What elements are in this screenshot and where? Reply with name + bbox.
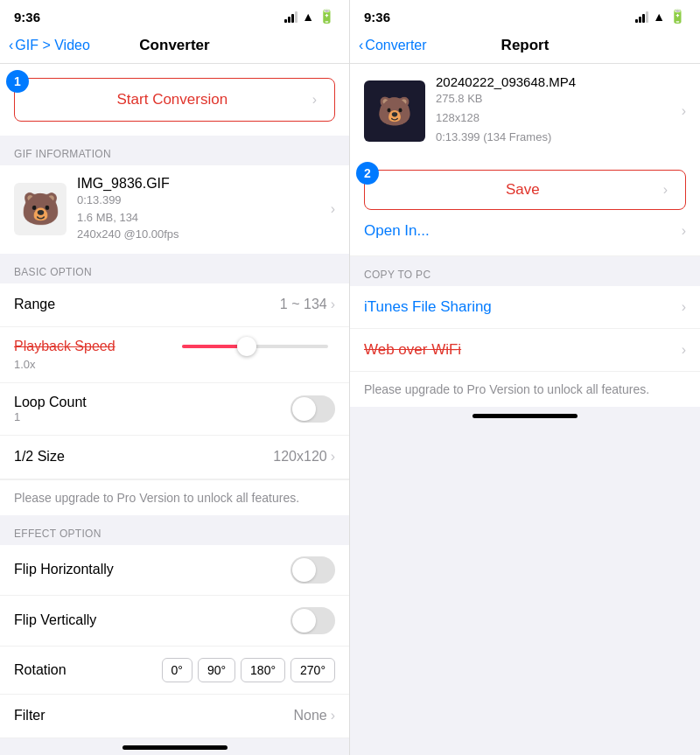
loop-count-row: Loop Count 1 — [0, 383, 349, 436]
rotation-option-0°[interactable]: 0° — [162, 658, 192, 682]
video-thumbnail: 🐻 — [364, 80, 425, 142]
signal-icon-left — [284, 11, 298, 23]
playback-speed-label: Playback Speed — [14, 339, 175, 354]
playback-slider[interactable] — [175, 345, 336, 348]
flip-h-label: Flip Horizontally — [14, 562, 290, 577]
video-duration: 0:13.399 (134 Frames) — [436, 128, 682, 147]
copy-to-pc-group: iTunes File Sharing › Web over WiFi › Pl… — [350, 286, 700, 407]
signal-icon-right — [635, 11, 648, 23]
bear-icon: 🐻 — [21, 191, 60, 227]
video-info: 20240222_093648.MP4 275.8 KB 128x128 0:1… — [436, 74, 682, 147]
gif-dimensions: 240x240 @10.00fps — [77, 226, 331, 243]
range-chevron: › — [331, 297, 335, 312]
upgrade-notice-right: Please upgrade to Pro Version to unlock … — [350, 371, 700, 407]
left-content: 1 Start Conversion › GIF INFORMATION 🐻 I… — [0, 64, 349, 755]
wifi-label: Web over WiFi — [364, 341, 461, 359]
loop-count-toggle[interactable] — [290, 395, 335, 423]
video-info-row[interactable]: 🐻 20240222_093648.MP4 275.8 KB 128x128 0… — [350, 64, 700, 157]
wifi-icon-left: ▲ — [302, 10, 314, 24]
rotation-option-180°[interactable]: 180° — [241, 658, 285, 682]
flip-h-toggle[interactable] — [290, 556, 335, 584]
right-panel: 9:36 ▲ 🔋 ‹ Converter Report 🐻 — [350, 0, 700, 755]
nav-back-left[interactable]: ‹ GIF > Video — [9, 38, 90, 53]
gif-section-header: GIF INFORMATION — [0, 136, 349, 165]
wifi-row: Web over WiFi › — [350, 329, 700, 371]
copy-to-pc-header: COPY TO PC — [350, 256, 700, 286]
video-dimensions: 128x128 — [436, 108, 682, 128]
nav-back-label-left[interactable]: GIF > Video — [15, 38, 90, 53]
nav-bar-right: ‹ Converter Report — [350, 30, 700, 64]
range-row[interactable]: Range 1 ~ 134 › — [0, 283, 349, 327]
gif-name: IMG_9836.GIF — [77, 176, 331, 192]
open-in-row[interactable]: Open In... › — [364, 219, 686, 243]
rotation-row: Rotation 0°90°180°270° — [0, 647, 349, 695]
nav-back-label-right[interactable]: Converter — [365, 38, 426, 53]
video-name: 20240222_093648.MP4 — [436, 74, 682, 89]
left-panel: 9:36 ▲ 🔋 ‹ GIF > Video Converter 1 Start… — [0, 0, 350, 755]
right-content: 🐻 20240222_093648.MP4 275.8 KB 128x128 0… — [350, 64, 700, 755]
itunes-row[interactable]: iTunes File Sharing › — [350, 286, 700, 329]
gif-info-group: 🐻 IMG_9836.GIF 0:13.399 1.6 MB, 134 240x… — [0, 165, 349, 254]
size-value: 120x120 — [273, 449, 326, 465]
playback-speed-row[interactable]: Playback Speed 1.0x — [0, 327, 349, 383]
itunes-chevron: › — [682, 299, 686, 315]
nav-bar-left: ‹ GIF > Video Converter — [0, 30, 349, 64]
gif-info-row[interactable]: 🐻 IMG_9836.GIF 0:13.399 1.6 MB, 134 240x… — [0, 165, 349, 254]
step-badge-1: 1 — [6, 70, 29, 93]
status-bar-right: 9:36 ▲ 🔋 — [350, 0, 700, 30]
effect-options-group: Flip Horizontally Flip Vertically Rotati… — [0, 545, 349, 738]
battery-icon-left: 🔋 — [318, 9, 335, 24]
loop-count-label: Loop Count — [14, 395, 290, 410]
video-bear-icon: 🐻 — [377, 94, 412, 128]
home-indicator-left — [122, 745, 228, 750]
step-badge-2: 2 — [356, 162, 379, 185]
size-label: 1/2 Size — [14, 449, 273, 465]
save-section: 2 Save › Open In... › — [350, 157, 700, 256]
rotation-option-90°[interactable]: 90° — [198, 658, 235, 682]
filter-chevron: › — [331, 708, 335, 724]
start-conversion-label: Start Conversion — [32, 91, 312, 108]
status-icons-right: ▲ 🔋 — [635, 9, 686, 24]
gif-row-chevron: › — [331, 201, 335, 217]
flip-v-toggle[interactable] — [290, 607, 335, 634]
upgrade-notice-left: Please upgrade to Pro Version to unlock … — [0, 479, 349, 515]
save-label: Save — [382, 181, 663, 199]
playback-value: 1.0x — [14, 358, 335, 371]
video-info-group: 🐻 20240222_093648.MP4 275.8 KB 128x128 0… — [350, 64, 700, 157]
start-conversion-button[interactable]: 1 Start Conversion › — [14, 78, 335, 122]
wifi-chevron: › — [682, 342, 686, 358]
filter-label: Filter — [14, 708, 293, 724]
flip-v-label: Flip Vertically — [14, 612, 290, 628]
range-value: 1 ~ 134 — [280, 297, 327, 312]
video-row-chevron: › — [682, 103, 686, 119]
range-label: Range — [14, 297, 280, 312]
slider-thumb[interactable] — [237, 337, 256, 356]
time-left: 9:36 — [14, 10, 40, 24]
size-row[interactable]: 1/2 Size 120x120 › — [0, 436, 349, 479]
open-in-chevron: › — [682, 223, 686, 239]
basic-option-header: BASIC OPTION — [0, 254, 349, 283]
effect-option-header: EFFECT OPTION — [0, 515, 349, 545]
video-size: 275.8 KB — [436, 89, 682, 108]
size-chevron: › — [331, 449, 335, 465]
rotation-buttons: 0°90°180°270° — [162, 658, 336, 682]
time-right: 9:36 — [364, 10, 390, 24]
nav-title-left: Converter — [139, 37, 209, 54]
rotation-label: Rotation — [14, 662, 162, 678]
wifi-icon-right: ▲ — [653, 10, 665, 24]
status-icons-left: ▲ 🔋 — [284, 9, 335, 24]
start-conversion-chevron: › — [312, 92, 317, 108]
start-conversion-section: 1 Start Conversion › — [0, 64, 349, 136]
loop-count-value: 1 — [14, 410, 290, 423]
open-in-label[interactable]: Open In... — [364, 222, 430, 240]
battery-icon-right: 🔋 — [669, 9, 686, 24]
rotation-option-270°[interactable]: 270° — [290, 658, 335, 682]
itunes-label[interactable]: iTunes File Sharing — [364, 298, 492, 316]
flip-v-row: Flip Vertically — [0, 596, 349, 647]
basic-options-group: Range 1 ~ 134 › Playback Speed 1.0x — [0, 283, 349, 515]
gif-size: 1.6 MB, 134 — [77, 209, 331, 227]
filter-row[interactable]: Filter None › — [0, 695, 349, 738]
save-button[interactable]: 2 Save › — [364, 170, 686, 210]
home-indicator-right — [472, 414, 578, 418]
nav-back-right[interactable]: ‹ Converter — [359, 38, 427, 53]
